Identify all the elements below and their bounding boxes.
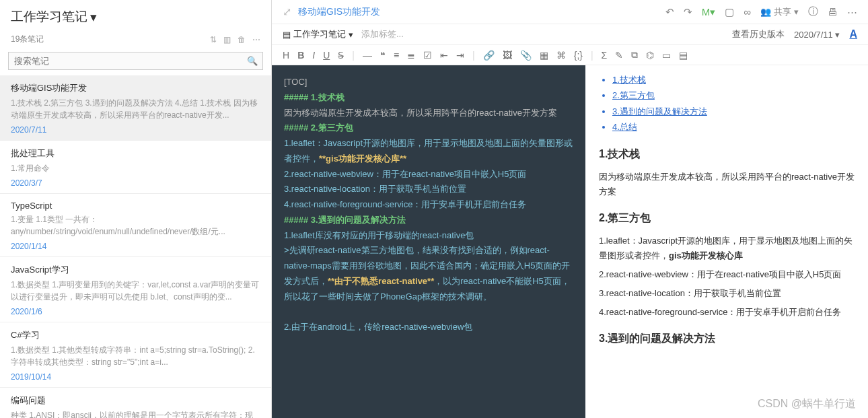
toc-icon[interactable]: ▭ [662, 50, 671, 61]
preview-heading: 3.遇到的问题及解决方法 [599, 332, 855, 346]
strike-icon[interactable]: S̶ [338, 50, 344, 61]
notebook-icon: ▤ [283, 30, 291, 40]
toc-link[interactable]: 4.总结 [612, 122, 637, 132]
indent-icon[interactable]: ⇥ [456, 50, 464, 61]
breadcrumb[interactable]: ▤ 工作学习笔记 ▾ [283, 28, 353, 40]
redo-icon[interactable]: ↷ [684, 6, 692, 18]
outdent-icon[interactable]: ⇤ [440, 50, 448, 61]
note-list: 移动端GIS功能开发1.技术栈 2.第三方包 3.遇到的问题及解决方法 4.总结… [0, 75, 271, 418]
doc-date[interactable]: 2020/7/11 ▾ [794, 30, 840, 40]
note-item[interactable]: 移动端GIS功能开发1.技术栈 2.第三方包 3.遇到的问题及解决方法 4.总结… [0, 75, 271, 141]
preview-text: 4.react-native-foreground-service：用于安卓手机… [599, 305, 855, 320]
note-item[interactable]: C#学习1.数据类型 1.其他类型转成字符串：int a=5;string st… [0, 322, 271, 388]
preview-heading: 2.第三方包 [599, 211, 855, 225]
layout-icon[interactable]: ▥ [223, 35, 231, 44]
text-color-icon[interactable]: A [849, 28, 857, 40]
note-title: 移动端GIS功能开发 [11, 82, 260, 94]
info-icon[interactable]: ⓘ [808, 5, 818, 18]
checklist-icon[interactable]: ☑ [423, 50, 432, 61]
image-icon[interactable]: 🖼 [503, 50, 512, 61]
search-input[interactable] [8, 52, 263, 70]
bold-icon[interactable]: B [297, 50, 304, 61]
ol-icon[interactable]: ≡ [394, 50, 399, 61]
toc-link[interactable]: 1.技术栈 [612, 75, 646, 85]
main-area: ⤢ 移动端GIS功能开发 ↶ ↷ M▾ ▢ ∞ 👥 共享 ▾ ⓘ 🖶 ⋯ ▤ 工… [272, 0, 868, 418]
chevron-down-icon: ▾ [90, 9, 97, 25]
note-snippet: 1.数据类型 1.声明变量用到的关键字：var,let,const a.var声… [11, 279, 260, 303]
toc-link[interactable]: 3.遇到的问题及解决方法 [612, 106, 707, 116]
present-icon[interactable]: ▢ [725, 6, 734, 18]
note-snippet: 1.技术栈 2.第三方包 3.遇到的问题及解决方法 4.总结 1.技术栈 因为移… [11, 97, 260, 121]
underline-icon[interactable]: U [323, 50, 330, 61]
chevron-down-icon: ▾ [349, 30, 353, 40]
history-link[interactable]: 查看历史版本 [732, 28, 785, 40]
undo-icon[interactable]: ↶ [665, 6, 674, 18]
note-count: 19条笔记 [11, 34, 210, 45]
note-date: 2020/7/11 [11, 125, 260, 135]
sidebar: 工作学习笔记 ▾ 19条笔记 ⇅ ▥ 🗑 ⋯ 🔍 移动端GIS功能开发1.技术栈… [0, 0, 272, 418]
add-tag[interactable]: 添加标签... [361, 28, 404, 40]
note-title: 编码问题 [11, 394, 260, 407]
search-icon[interactable]: 🔍 [247, 56, 258, 66]
note-title: 批处理工具 [11, 147, 260, 160]
hr-icon[interactable]: — [363, 50, 372, 61]
expand-icon[interactable]: ⤢ [283, 5, 291, 18]
italic-icon[interactable]: I [312, 50, 315, 61]
note-date: 2019/10/14 [11, 372, 260, 382]
markdown-mode-icon[interactable]: M▾ [702, 6, 716, 18]
note-date: 2020/1/6 [11, 307, 260, 316]
sort-icon[interactable]: ⇅ [210, 35, 217, 44]
diagram-icon[interactable]: ✎ [615, 50, 623, 61]
heading-icon[interactable]: H [283, 50, 289, 61]
chart-icon[interactable]: ⧉ [631, 49, 638, 61]
preview-heading: 1.技术栈 [599, 147, 855, 162]
more-format-icon[interactable]: ▤ [679, 50, 688, 61]
note-snippet: 1.变量 1.1类型 一共有：any/number/string/void/en… [11, 213, 260, 238]
note-item[interactable]: JavaScript学习1.数据类型 1.声明变量用到的关键字：var,let,… [0, 257, 271, 322]
markdown-preview: 1.技术栈 2.第三方包 3.遇到的问题及解决方法 4.总结 1.技术栈 因为移… [585, 65, 868, 418]
flow-icon[interactable]: ⌬ [646, 50, 654, 61]
doc-title[interactable]: 移动端GIS功能开发 [298, 6, 380, 18]
markdown-source[interactable]: [TOC] ##### 1.技术栈 因为移动端原生开发成本较高，所以采用跨平台的… [272, 65, 585, 418]
preview-text: 2.react-native-webview：用于在react-native项目… [599, 267, 855, 282]
preview-text: 因为移动端原生开发成本较高，所以采用跨平台的react-native开发方案 [599, 170, 855, 199]
print-icon[interactable]: 🖶 [828, 6, 838, 18]
ul-icon[interactable]: ≣ [407, 50, 415, 61]
share-button[interactable]: 👥 共享 ▾ [760, 6, 799, 18]
note-snippet: 1.常用命令 [11, 162, 260, 174]
note-title: JavaScript学习 [11, 264, 260, 276]
note-date: 2020/3/7 [11, 178, 260, 188]
note-snippet: 1.数据类型 1.其他类型转成字符串：int a=5;string str=a.… [11, 344, 260, 368]
note-date: 2020/1/14 [11, 242, 260, 251]
notebook-title-text: 工作学习笔记 [11, 8, 87, 26]
toc: 1.技术栈 2.第三方包 3.遇到的问题及解决方法 4.总结 [612, 72, 855, 135]
more-icon[interactable]: ⋯ [252, 35, 260, 44]
note-item[interactable]: 编码问题种类 1.ANSI：即anscii，以前的理解是用一个字节表示所有字符；… [0, 388, 271, 418]
link-icon[interactable]: 🔗 [483, 50, 495, 61]
codeblock-icon[interactable]: {;} [574, 50, 583, 61]
format-toolbar: H B I U S̶ | — ❝ ≡ ≣ ☑ ⇤ ⇥ | 🔗 🖼 📎 ▦ ⌘ {… [272, 45, 868, 65]
preview-text: 3.react-native-location：用于获取手机当前位置 [599, 286, 855, 301]
note-item[interactable]: TypeScript1.变量 1.1类型 一共有：any/number/stri… [0, 194, 271, 257]
more-icon[interactable]: ⋯ [847, 6, 857, 18]
attach-icon[interactable]: 📎 [520, 50, 532, 61]
code-icon[interactable]: ⌘ [556, 50, 566, 61]
table-icon[interactable]: ▦ [540, 50, 548, 61]
share-icon[interactable]: ∞ [744, 6, 751, 18]
formula-icon[interactable]: Σ [602, 50, 608, 61]
note-item[interactable]: 批处理工具1.常用命令2020/3/7 [0, 141, 271, 194]
note-title: C#学习 [11, 329, 260, 341]
preview-text: 1.leaflet：Javascript开源的地图库，用于显示地图及地图上面的矢… [599, 234, 855, 263]
toc-link[interactable]: 2.第三方包 [612, 90, 655, 100]
quote-icon[interactable]: ❝ [380, 50, 386, 61]
trash-icon[interactable]: 🗑 [238, 35, 246, 44]
note-snippet: 种类 1.ANSI：即anscii，以前的理解是用一个字节表示所有字符；现在的理… [11, 409, 260, 418]
notebook-title[interactable]: 工作学习笔记 ▾ [0, 0, 271, 31]
note-title: TypeScript [11, 201, 260, 211]
